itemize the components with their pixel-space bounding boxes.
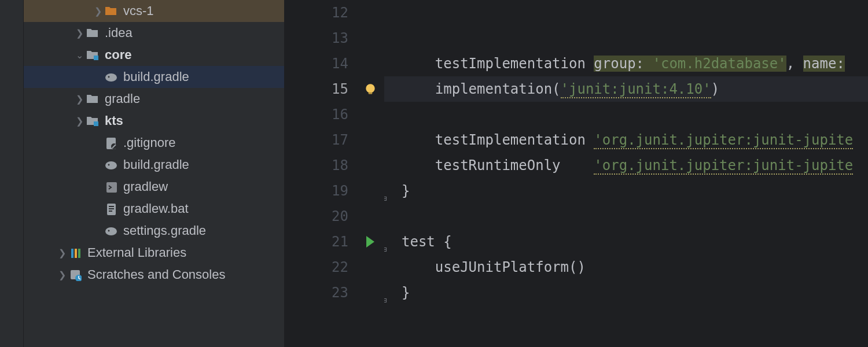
code-line[interactable]: implementation('junit:junit:4.10') bbox=[384, 76, 868, 102]
run-gutter-icon[interactable] bbox=[366, 236, 374, 248]
code-token: 'junit:junit:4.10' bbox=[561, 81, 711, 98]
gutter-line[interactable]: 12 bbox=[285, 0, 348, 25]
line-number: 15 bbox=[285, 76, 348, 102]
gutter-line[interactable]: 21 bbox=[285, 229, 348, 254]
project-tree[interactable]: ❯vcs-1❯.idea⌄corebuild.gradle❯gradle❯kts… bbox=[24, 0, 285, 347]
txt-icon bbox=[104, 202, 119, 215]
tree-item[interactable]: build.gradle bbox=[24, 66, 284, 88]
libs-icon bbox=[68, 246, 83, 259]
line-number: 20 bbox=[285, 204, 348, 229]
line-number: 21 bbox=[285, 229, 348, 254]
editor-code-area[interactable]: testImplementation group: 'com.h2databas… bbox=[384, 0, 868, 347]
code-token: ) bbox=[711, 81, 719, 97]
tree-item[interactable]: ❯Scratches and Consoles bbox=[24, 264, 284, 286]
editor[interactable]: 121314151617181920212223 testImplementat… bbox=[285, 0, 868, 347]
editor-gutter[interactable]: 121314151617181920212223 bbox=[285, 0, 356, 347]
sh-icon bbox=[104, 180, 119, 193]
glyph-slot bbox=[356, 280, 384, 305]
line-number: 19 bbox=[285, 178, 348, 204]
glyph-slot bbox=[356, 127, 384, 153]
folder-orange-icon bbox=[104, 5, 119, 17]
fold-marker-icon[interactable]: ⊟ bbox=[384, 287, 392, 298]
expand-arrow-icon[interactable]: ❯ bbox=[92, 6, 104, 17]
glyph-slot bbox=[356, 102, 384, 127]
gutter-line[interactable]: 20 bbox=[285, 204, 348, 229]
line-number: 14 bbox=[285, 51, 348, 76]
editor-glyph-margin[interactable] bbox=[356, 0, 384, 347]
tree-item-label: External Libraries bbox=[87, 245, 186, 260]
expand-arrow-icon[interactable]: ❯ bbox=[73, 28, 85, 39]
line-number: 18 bbox=[285, 153, 348, 178]
folder-icon bbox=[85, 27, 100, 39]
fold-marker-icon[interactable]: ⊟ bbox=[384, 186, 392, 196]
left-tool-strip bbox=[0, 0, 24, 347]
code-line[interactable]: testImplementation 'org.junit.jupiter:ju… bbox=[384, 127, 868, 153]
gutter-line[interactable]: 13 bbox=[285, 25, 348, 51]
tree-item[interactable]: ❯.idea bbox=[24, 22, 284, 44]
gutter-line[interactable]: 19 bbox=[285, 178, 348, 204]
tree-item[interactable]: ❯kts bbox=[24, 110, 284, 132]
code-line[interactable] bbox=[384, 25, 868, 51]
code-token: implementation( bbox=[402, 81, 561, 97]
tree-item[interactable]: build.gradle bbox=[24, 154, 284, 176]
tree-item[interactable]: ❯gradle bbox=[24, 88, 284, 110]
expand-arrow-icon[interactable]: ❯ bbox=[73, 116, 85, 127]
code-token: } bbox=[402, 285, 410, 301]
code-line[interactable]: ⊟test { bbox=[384, 229, 868, 254]
code-line[interactable]: ⊟} bbox=[384, 178, 868, 204]
line-number: 23 bbox=[285, 280, 348, 305]
code-line[interactable]: ⊟} bbox=[384, 280, 868, 305]
tree-item[interactable]: ❯vcs-1 bbox=[24, 0, 284, 22]
module-icon bbox=[85, 49, 100, 61]
glyph-slot bbox=[356, 254, 384, 280]
tree-item-label: gradlew bbox=[123, 179, 168, 194]
code-line[interactable]: testImplementation group: 'com.h2databas… bbox=[384, 51, 868, 76]
code-token: , bbox=[786, 56, 803, 72]
code-token: test bbox=[402, 234, 443, 250]
expand-arrow-icon[interactable]: ⌄ bbox=[73, 50, 85, 61]
line-number: 13 bbox=[285, 25, 348, 51]
expand-arrow-icon[interactable]: ❯ bbox=[56, 270, 68, 280]
code-line[interactable] bbox=[384, 0, 868, 25]
tree-item-label: .gitignore bbox=[123, 135, 176, 150]
tree-item-label: build.gradle bbox=[123, 69, 189, 84]
intention-bulb-icon[interactable] bbox=[364, 83, 377, 95]
glyph-slot[interactable] bbox=[356, 76, 384, 102]
gutter-line[interactable]: 17 bbox=[285, 127, 348, 153]
gradle-icon bbox=[104, 224, 119, 237]
code-token: useJUnitPlatform() bbox=[402, 259, 586, 275]
tree-item[interactable]: ❯External Libraries bbox=[24, 242, 284, 264]
gutter-line[interactable]: 16 bbox=[285, 102, 348, 127]
tree-item[interactable]: .gitignore bbox=[24, 132, 284, 154]
code-token: 'com.h2database' bbox=[653, 56, 786, 72]
tree-item-label: kts bbox=[105, 113, 123, 128]
tree-item-label: Scratches and Consoles bbox=[87, 267, 225, 282]
code-token: group: bbox=[594, 56, 652, 72]
code-token: testImplementation bbox=[402, 56, 594, 72]
glyph-slot[interactable] bbox=[356, 229, 384, 254]
scratches-icon bbox=[68, 268, 83, 281]
gutter-line[interactable]: 22 bbox=[285, 254, 348, 280]
gutter-line[interactable]: 18 bbox=[285, 153, 348, 178]
gutter-line[interactable]: 14 bbox=[285, 51, 348, 76]
tree-item[interactable]: gradlew bbox=[24, 176, 284, 198]
code-line[interactable]: I bbox=[384, 102, 868, 127]
gradle-icon bbox=[104, 158, 119, 171]
tree-item-label: vcs-1 bbox=[123, 3, 154, 19]
tree-item[interactable]: settings.gradle bbox=[24, 220, 284, 242]
tree-item-label: gradlew.bat bbox=[123, 201, 189, 216]
glyph-slot bbox=[356, 25, 384, 51]
tree-item[interactable]: ⌄core bbox=[24, 44, 284, 66]
gutter-line[interactable]: 15 bbox=[285, 76, 348, 102]
gutter-line[interactable]: 23 bbox=[285, 280, 348, 305]
code-line[interactable]: useJUnitPlatform() bbox=[384, 254, 868, 280]
fold-marker-icon[interactable]: ⊟ bbox=[384, 237, 392, 247]
tree-item-label: gradle bbox=[105, 91, 140, 106]
tree-item[interactable]: gradlew.bat bbox=[24, 198, 284, 220]
expand-arrow-icon[interactable]: ❯ bbox=[56, 248, 68, 259]
glyph-slot bbox=[356, 51, 384, 76]
code-token: testRuntimeOnly bbox=[402, 157, 594, 174]
code-line[interactable]: testRuntimeOnly 'org.junit.jupiter:junit… bbox=[384, 153, 868, 178]
code-line[interactable] bbox=[384, 204, 868, 229]
expand-arrow-icon[interactable]: ❯ bbox=[73, 94, 85, 105]
